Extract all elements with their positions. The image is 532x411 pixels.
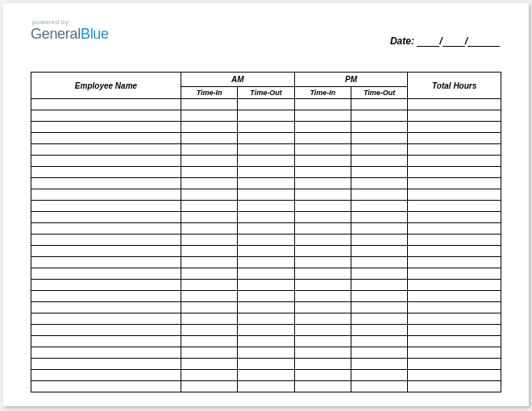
table-cell[interactable] — [408, 156, 501, 167]
table-cell[interactable] — [181, 268, 237, 280]
table-cell[interactable] — [181, 167, 237, 178]
table-cell[interactable] — [181, 347, 237, 359]
table-cell[interactable] — [351, 381, 408, 392]
table-cell[interactable] — [238, 110, 294, 122]
table-cell[interactable] — [31, 336, 181, 347]
table-cell[interactable] — [408, 133, 501, 144]
table-cell[interactable] — [238, 246, 294, 257]
table-cell[interactable] — [408, 167, 501, 178]
table-cell[interactable] — [351, 144, 408, 156]
table-cell[interactable] — [238, 178, 294, 189]
table-cell[interactable] — [238, 325, 294, 336]
table-cell[interactable] — [408, 268, 501, 280]
table-cell[interactable] — [408, 110, 501, 122]
table-cell[interactable] — [181, 370, 237, 381]
table-cell[interactable] — [31, 189, 181, 201]
table-cell[interactable] — [238, 212, 294, 223]
table-cell[interactable] — [238, 347, 294, 359]
table-cell[interactable] — [408, 201, 501, 212]
table-cell[interactable] — [31, 122, 181, 133]
table-cell[interactable] — [294, 156, 351, 167]
table-cell[interactable] — [181, 144, 237, 156]
table-cell[interactable] — [351, 336, 408, 347]
table-cell[interactable] — [351, 280, 408, 291]
table-cell[interactable] — [238, 144, 294, 156]
table-cell[interactable] — [351, 257, 408, 268]
table-cell[interactable] — [351, 189, 408, 201]
table-cell[interactable] — [31, 359, 181, 370]
table-cell[interactable] — [294, 313, 351, 325]
table-cell[interactable] — [294, 359, 351, 370]
table-cell[interactable] — [294, 235, 351, 246]
table-cell[interactable] — [181, 313, 237, 325]
table-cell[interactable] — [31, 212, 181, 223]
table-cell[interactable] — [31, 144, 181, 156]
table-cell[interactable] — [31, 325, 181, 336]
table-cell[interactable] — [31, 99, 181, 110]
table-cell[interactable] — [181, 235, 237, 246]
table-cell[interactable] — [294, 257, 351, 268]
table-cell[interactable] — [408, 302, 501, 313]
table-cell[interactable] — [31, 246, 181, 257]
table-cell[interactable] — [351, 268, 408, 280]
table-cell[interactable] — [351, 291, 408, 302]
table-cell[interactable] — [351, 313, 408, 325]
table-cell[interactable] — [181, 302, 237, 313]
table-cell[interactable] — [408, 325, 501, 336]
table-cell[interactable] — [181, 189, 237, 201]
table-cell[interactable] — [294, 201, 351, 212]
table-cell[interactable] — [238, 189, 294, 201]
table-cell[interactable] — [294, 291, 351, 302]
table-cell[interactable] — [238, 268, 294, 280]
table-cell[interactable] — [181, 223, 237, 235]
table-cell[interactable] — [351, 302, 408, 313]
table-cell[interactable] — [181, 122, 237, 133]
table-cell[interactable] — [294, 110, 351, 122]
table-cell[interactable] — [181, 99, 237, 110]
table-cell[interactable] — [351, 246, 408, 257]
table-cell[interactable] — [294, 280, 351, 291]
table-cell[interactable] — [238, 235, 294, 246]
table-cell[interactable] — [31, 110, 181, 122]
table-cell[interactable] — [408, 291, 501, 302]
table-cell[interactable] — [181, 381, 237, 392]
table-cell[interactable] — [408, 99, 501, 110]
table-cell[interactable] — [351, 347, 408, 359]
table-cell[interactable] — [181, 212, 237, 223]
table-cell[interactable] — [294, 268, 351, 280]
date-blank-month[interactable] — [417, 37, 439, 47]
table-cell[interactable] — [181, 201, 237, 212]
table-cell[interactable] — [31, 257, 181, 268]
table-cell[interactable] — [294, 99, 351, 110]
table-cell[interactable] — [408, 336, 501, 347]
table-cell[interactable] — [408, 257, 501, 268]
table-cell[interactable] — [351, 201, 408, 212]
table-cell[interactable] — [351, 223, 408, 235]
table-cell[interactable] — [408, 246, 501, 257]
table-cell[interactable] — [238, 291, 294, 302]
table-cell[interactable] — [408, 122, 501, 133]
table-cell[interactable] — [351, 122, 408, 133]
table-cell[interactable] — [408, 347, 501, 359]
table-cell[interactable] — [31, 178, 181, 189]
table-cell[interactable] — [294, 189, 351, 201]
table-cell[interactable] — [238, 99, 294, 110]
table-cell[interactable] — [408, 359, 501, 370]
table-cell[interactable] — [181, 280, 237, 291]
table-cell[interactable] — [351, 110, 408, 122]
table-cell[interactable] — [31, 347, 181, 359]
table-cell[interactable] — [238, 381, 294, 392]
table-cell[interactable] — [408, 235, 501, 246]
table-cell[interactable] — [294, 133, 351, 144]
table-cell[interactable] — [408, 381, 501, 392]
table-cell[interactable] — [238, 313, 294, 325]
table-cell[interactable] — [408, 370, 501, 381]
table-cell[interactable] — [238, 201, 294, 212]
table-cell[interactable] — [31, 133, 181, 144]
table-cell[interactable] — [351, 370, 408, 381]
table-cell[interactable] — [294, 144, 351, 156]
table-cell[interactable] — [238, 336, 294, 347]
table-cell[interactable] — [351, 235, 408, 246]
table-cell[interactable] — [238, 370, 294, 381]
table-cell[interactable] — [31, 223, 181, 235]
